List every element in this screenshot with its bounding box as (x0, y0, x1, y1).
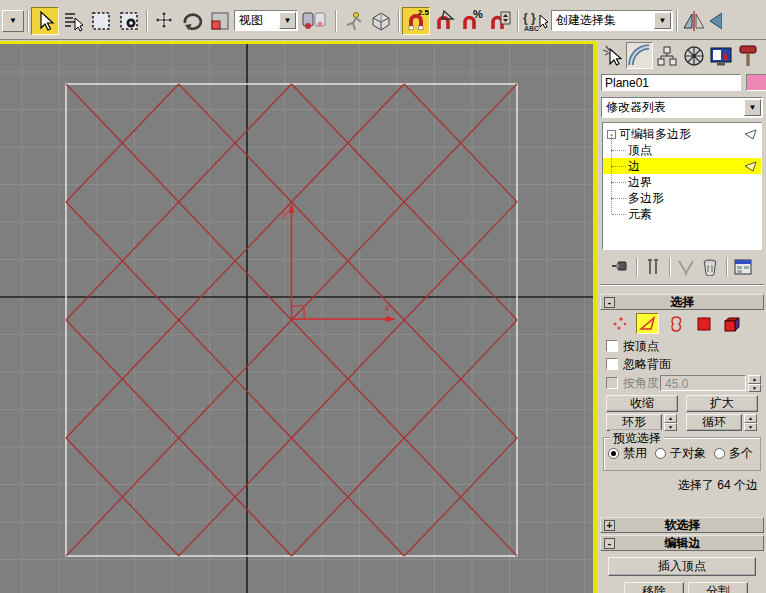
remove-modifier-button[interactable] (698, 256, 722, 278)
configure-modifier-sets-button[interactable] (731, 256, 755, 278)
tab-utilities[interactable] (734, 42, 761, 69)
polygon-level-button[interactable] (692, 313, 715, 334)
show-end-result-button[interactable] (641, 256, 665, 278)
stack-toolbar (600, 255, 764, 279)
modifier-list-value: 修改器列表 (602, 99, 743, 116)
reference-coordinate-dropdown[interactable]: 视图 ▼ (234, 10, 298, 31)
object-name-field[interactable]: Plane01 (601, 74, 741, 91)
spinner-up-icon[interactable]: ▲ (664, 414, 677, 423)
rollout-selection-header[interactable]: - 选择 (600, 294, 764, 310)
stack-row-polygon[interactable]: 多边形 (603, 190, 761, 206)
stack-row-label: 多边形 (628, 190, 761, 207)
select-by-name-button[interactable] (59, 7, 87, 35)
percent-snap-button[interactable]: % (458, 7, 486, 35)
loop-spinner[interactable]: ▲ ▼ (744, 414, 757, 431)
main-toolbar: ▼ (0, 0, 766, 40)
split-button[interactable]: 分割 (688, 582, 748, 593)
spinner-down-icon[interactable]: ▼ (744, 423, 757, 432)
make-unique-icon (676, 258, 696, 276)
stack-row-vertex[interactable]: 顶点 (603, 142, 761, 158)
shrink-button[interactable]: 收缩 (606, 395, 678, 412)
tab-motion[interactable] (680, 42, 707, 69)
viewport-top[interactable]: y x (0, 41, 597, 593)
utilities-icon (736, 44, 760, 68)
stack-row-editable-poly[interactable]: - 可编辑多边形 (603, 126, 761, 142)
use-pivot-center-button[interactable] (298, 7, 332, 35)
rect-region-icon (90, 10, 112, 32)
toolbar-flyout-button[interactable]: ▼ (2, 10, 24, 32)
spinner-up-icon[interactable]: ▲ (748, 375, 761, 384)
named-selection-set-dropdown[interactable]: 创建选择集 ▼ (551, 10, 673, 31)
pin-stack-button[interactable] (608, 256, 632, 278)
svg-text:{ }: { } (523, 11, 536, 25)
select-rotate-button[interactable] (178, 7, 206, 35)
move-gizmo[interactable] (289, 203, 397, 322)
modifier-stack[interactable]: - 可编辑多边形 顶点 边 边界 (602, 122, 762, 250)
element-level-button[interactable] (720, 313, 743, 334)
trash-icon (701, 258, 719, 276)
tab-display[interactable] (707, 42, 734, 69)
reference-coordinate-value: 视图 (235, 12, 278, 29)
object-color-swatch[interactable] (746, 74, 766, 91)
spinner-up-icon[interactable]: ▲ (744, 414, 757, 423)
collapse-icon[interactable]: - (604, 297, 615, 308)
viewport-canvas[interactable]: y x (0, 44, 593, 593)
mirror-icon (682, 9, 706, 33)
border-icon (667, 315, 685, 333)
chevron-down-icon[interactable]: ▼ (279, 12, 296, 29)
by-vertex-checkbox[interactable] (606, 340, 618, 352)
stack-row-border[interactable]: 边界 (603, 174, 761, 190)
radio-disable[interactable] (608, 448, 619, 459)
mirror-button[interactable] (680, 7, 708, 35)
by-angle-spinner[interactable]: ▲ ▼ (748, 375, 761, 392)
by-angle-checkbox[interactable] (606, 377, 618, 389)
align-button[interactable] (708, 7, 722, 35)
chevron-down-icon[interactable]: ▼ (654, 12, 671, 29)
radio-subobject[interactable] (655, 448, 666, 459)
keyboard-override-button[interactable] (367, 7, 395, 35)
ring-button[interactable]: 环形 (606, 414, 662, 431)
collapse-icon[interactable]: - (604, 538, 615, 549)
toolbar-separator (673, 8, 680, 34)
rollout-edit-edges-header[interactable]: - 编辑边 (600, 535, 764, 551)
angle-snap-button[interactable] (430, 7, 458, 35)
expand-icon[interactable]: + (604, 520, 615, 531)
by-angle-field[interactable]: 45.0 (660, 375, 746, 391)
stack-row-edge[interactable]: 边 (603, 158, 761, 174)
toolbar-separator (24, 8, 31, 34)
rollout-soft-selection-header[interactable]: + 软选择 (600, 517, 764, 533)
spinner-down-icon[interactable]: ▼ (664, 423, 677, 432)
rectangular-selection-region-button[interactable] (87, 7, 115, 35)
loop-button[interactable]: 循环 (686, 414, 742, 431)
subobject-level-row (608, 312, 760, 335)
tab-modify[interactable] (626, 42, 653, 69)
modifier-list-dropdown[interactable]: 修改器列表 ▼ (601, 97, 763, 118)
make-unique-button[interactable] (674, 256, 698, 278)
rollout-title: 选择 (618, 294, 747, 311)
select-object-button[interactable] (31, 7, 59, 35)
grow-button[interactable]: 扩大 (686, 395, 758, 412)
modify-icon (628, 44, 652, 68)
tab-create[interactable] (599, 42, 626, 69)
ignore-backfacing-checkbox[interactable] (606, 358, 618, 370)
radio-multiple[interactable] (714, 448, 725, 459)
spinner-snap-button[interactable] (486, 7, 514, 35)
snap-toggle-button[interactable]: 2.5 (402, 7, 430, 35)
remove-button[interactable]: 移除 (624, 582, 684, 593)
stack-row-element[interactable]: 元素 (603, 206, 761, 222)
select-scale-button[interactable] (206, 7, 234, 35)
select-and-manipulate-button[interactable] (339, 7, 367, 35)
spinner-down-icon[interactable]: ▼ (748, 384, 761, 393)
edge-level-button[interactable] (636, 313, 659, 334)
edge-icon (638, 315, 658, 333)
chevron-down-icon[interactable]: ▼ (744, 99, 761, 116)
border-level-button[interactable] (664, 313, 687, 334)
percent-snap-icon: % (460, 9, 484, 33)
insert-vertex-button[interactable]: 插入顶点 (608, 557, 756, 576)
tab-hierarchy[interactable] (653, 42, 680, 69)
window-crossing-button[interactable] (115, 7, 143, 35)
vertex-level-button[interactable] (608, 313, 631, 334)
edit-named-selections-button[interactable]: { } ABC (521, 7, 551, 35)
select-move-button[interactable] (150, 7, 178, 35)
ring-spinner[interactable]: ▲ ▼ (664, 414, 677, 431)
